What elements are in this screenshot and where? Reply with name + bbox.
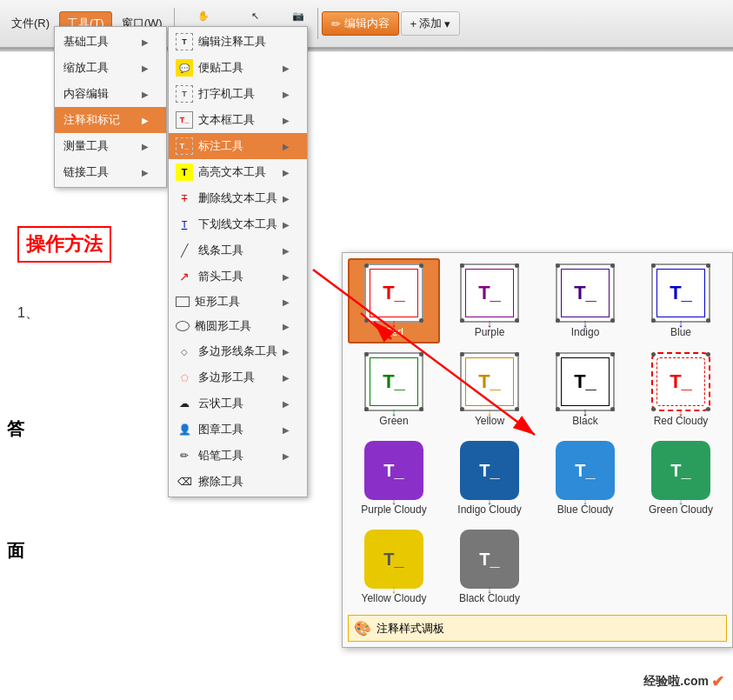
add-icon: +: [410, 17, 417, 30]
color-item-green[interactable]: T_ ↓ Green: [348, 347, 440, 432]
submenu-textbox[interactable]: T_ 文本框工具 ▶: [169, 107, 307, 133]
color-item-black-cloudy[interactable]: T_ ↓ Black Cloudy: [443, 524, 536, 610]
submenu-cloud[interactable]: ☁ 云状工具 ▶: [169, 390, 307, 417]
submenu-edit-annotation[interactable]: T 编辑注释工具: [169, 29, 307, 55]
eraser-icon: ⌫: [176, 473, 193, 490]
menu-item-measure[interactable]: 测量工具 ▶: [55, 133, 166, 159]
color-item-black[interactable]: T_ ↓ Black: [539, 347, 631, 432]
arrow-down-yellow: ↓: [487, 405, 493, 418]
color-item-yellow-cloudy[interactable]: T_ ↓ Yellow Cloudy: [348, 524, 440, 610]
content-item3: 面: [7, 539, 24, 563]
submenu-rect[interactable]: 矩形工具 ▶: [169, 290, 307, 314]
palette-icon: 🎨: [354, 620, 371, 637]
submenu-line[interactable]: ╱ 线条工具 ▶: [169, 237, 307, 263]
submenu-underline-label: 下划线文本工具: [198, 217, 277, 232]
submenu-item-left: 矩形工具: [176, 294, 240, 310]
dropdown-arrow-icon: ▾: [444, 17, 450, 30]
t-letter-indigo-cloudy: T_: [479, 461, 499, 481]
add-btn[interactable]: + 添加 ▾: [401, 11, 461, 36]
ellipse-icon: [176, 321, 190, 331]
submenu-cloud-label: 云状工具: [198, 396, 243, 411]
color-item-green-cloudy[interactable]: T_ ↓ Green Cloudy: [635, 436, 727, 521]
menu-item-annotation[interactable]: 注释和标记 ▶: [55, 107, 166, 133]
color-item-indigo[interactable]: T_ ↓ Indigo: [539, 258, 631, 343]
t-icon-red: T_ ↓: [364, 263, 423, 323]
t-icon-blue: T_ ↓: [651, 263, 710, 323]
menu-item-basic-label: 基础工具: [63, 34, 109, 50]
camera-icon: 📷: [289, 7, 308, 26]
edit-content-btn[interactable]: ✏ 编辑内容: [322, 11, 399, 36]
menu-item-link[interactable]: 链接工具 ▶: [55, 159, 166, 185]
submenu-callout[interactable]: T_ 标注工具 ▶: [169, 133, 307, 159]
color-item-red-cloudy[interactable]: T_ ↓ Red Cloudy: [635, 347, 727, 432]
arrow-down-purple-cloudy: ↓: [391, 494, 397, 507]
t-letter-indigo: T_: [561, 269, 610, 317]
submenu-item-left: T 删除线文本工具: [176, 190, 277, 207]
submenu-eraser[interactable]: ⌫ 擦除工具: [169, 469, 307, 495]
t-letter-green-cloudy: T_: [670, 461, 690, 481]
submenu-ellipse-label: 椭圆形工具: [195, 318, 251, 334]
underline-icon: T: [176, 216, 193, 233]
arrow-down-indigo-cloudy: ↓: [487, 494, 493, 507]
menu-item-basic[interactable]: 基础工具 ▶: [55, 29, 166, 55]
rect-icon: [176, 297, 190, 307]
stamp-icon: 👤: [176, 421, 193, 438]
menu-item-annotation-label: 注释和标记: [63, 112, 120, 128]
color-panel-footer[interactable]: 🎨 注释样式调板: [348, 615, 727, 642]
arrow-down-blue-cloudy: ↓: [583, 494, 589, 507]
highlight-icon: T: [176, 163, 193, 181]
color-item-blue-cloudy[interactable]: T_ ↓ Blue Cloudy: [539, 436, 631, 521]
pencil-icon: ✏: [176, 447, 193, 464]
menu-item-zoom[interactable]: 缩放工具 ▶: [55, 55, 166, 81]
t-icon-red-cloudy: T_ ↓: [651, 352, 710, 411]
arrow-icon: ▶: [142, 90, 149, 99]
red-box-label: 操作方法: [17, 226, 111, 263]
color-item-purple-cloudy[interactable]: T_ ↓ Purple Cloudy: [348, 436, 440, 521]
t-letter-black-cloudy: T_: [479, 550, 499, 570]
submenu-ellipse[interactable]: 椭圆形工具 ▶: [169, 314, 307, 338]
submenu-polyline[interactable]: ◇ 多边形线条工具 ▶: [169, 338, 307, 364]
typewriter-icon: T: [176, 85, 193, 103]
color-item-yellow[interactable]: T_ ↓ Yellow: [443, 347, 536, 432]
submenu-sticky[interactable]: 💬 便贴工具 ▶: [169, 55, 307, 81]
color-item-indigo-cloudy[interactable]: T_ ↓ Indigo Cloudy: [443, 436, 536, 521]
submenu-highlight[interactable]: T 高亮文本工具 ▶: [169, 159, 307, 185]
submenu-stamp[interactable]: 👤 图章工具 ▶: [169, 417, 307, 443]
submenu-line-label: 线条工具: [198, 243, 243, 258]
polygon-icon: ⬠: [176, 369, 193, 386]
arrow-icon: ▶: [283, 220, 290, 230]
content-item2: 答: [7, 417, 24, 441]
arrow-icon: ▶: [142, 116, 149, 125]
separator-2: [317, 8, 318, 39]
submenu-polygon[interactable]: ⬠ 多边形工具 ▶: [169, 364, 307, 390]
color-item-blue[interactable]: T_ ↓ Blue: [635, 258, 727, 343]
menu-item-content[interactable]: 内容编辑 ▶: [55, 81, 166, 107]
arrow-down-green: ↓: [391, 405, 397, 418]
submenu-arrow[interactable]: ↗ 箭头工具 ▶: [169, 263, 307, 290]
watermark-site: 经验啦.com: [643, 674, 709, 690]
submenu-pencil[interactable]: ✏ 铅笔工具 ▶: [169, 443, 307, 469]
submenu-strikethrough[interactable]: T 删除线文本工具 ▶: [169, 185, 307, 211]
submenu-item-left: T_ 标注工具: [176, 137, 243, 155]
submenu-sticky-label: 便贴工具: [198, 60, 243, 76]
submenu-item-left: ↗ 箭头工具: [176, 268, 243, 285]
cursor-icon: ↖: [246, 7, 265, 26]
submenu-textbox-label: 文本框工具: [198, 112, 255, 128]
submenu-item-left: ╱ 线条工具: [176, 242, 243, 259]
menu-file[interactable]: 文件(R): [3, 11, 57, 36]
submenu-typewriter[interactable]: T 打字机工具 ▶: [169, 81, 307, 107]
cloud-icon: ☁: [176, 395, 193, 412]
submenu-underline[interactable]: T 下划线文本工具 ▶: [169, 211, 307, 237]
t-icon-purple: T_ ↓: [460, 263, 519, 323]
submenu-highlight-label: 高亮文本工具: [198, 164, 266, 180]
t-icon-indigo: T_ ↓: [556, 263, 615, 323]
add-label: 添加: [419, 16, 442, 31]
t-letter-black: T_: [561, 357, 610, 406]
textbox-icon: T_: [176, 111, 193, 129]
edit-annotation-icon: T: [176, 33, 193, 50]
arrow-icon: ▶: [283, 272, 290, 282]
t-letter-purple-cloudy: T_: [383, 461, 403, 481]
color-item-red[interactable]: T_ ↓ Red: [348, 258, 440, 343]
color-item-purple[interactable]: T_ ↓ Purple: [443, 258, 536, 343]
submenu-stamp-label: 图章工具: [198, 422, 243, 437]
